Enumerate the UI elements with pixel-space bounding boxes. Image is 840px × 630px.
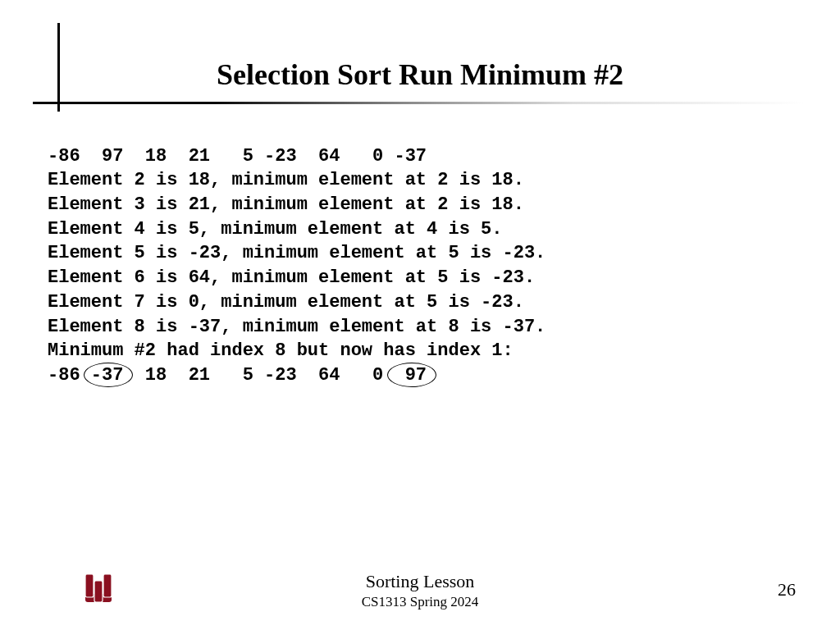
trace-line-4: Element 5 is -23, minimum element at 5 i… (48, 243, 546, 263)
trace-line-8: Minimum #2 had index 8 but now has index… (48, 340, 514, 361)
horizontal-rule (33, 102, 804, 104)
trace-line-5: Element 6 is 64, minimum element at 5 is… (48, 267, 535, 288)
array-after-text: -86 -37 18 21 5 -23 64 0 97 (48, 365, 427, 386)
slide: Selection Sort Run Minimum #2 -86 97 18 … (0, 0, 840, 630)
footer-course: CS1313 Spring 2024 (0, 594, 840, 610)
slide-title: Selection Sort Run Minimum #2 (0, 57, 840, 92)
array-after: -86 -37 18 21 5 -23 64 0 97 (48, 365, 427, 386)
trace-line-6: Element 7 is 0, minimum element at 5 is … (48, 292, 524, 313)
page-number: 26 (778, 579, 796, 600)
footer-lesson-title: Sorting Lesson (0, 571, 840, 592)
trace-line-7: Element 8 is -37, minimum element at 8 i… (48, 317, 546, 337)
trace-line-3: Element 4 is 5, minimum element at 4 is … (48, 219, 503, 240)
slide-footer: Sorting Lesson CS1313 Spring 2024 26 (0, 566, 840, 612)
trace-line-1: Element 2 is 18, minimum element at 2 is… (48, 170, 524, 190)
slide-body: -86 97 18 21 5 -23 64 0 -37 Element 2 is… (48, 120, 802, 388)
array-before: -86 97 18 21 5 -23 64 0 -37 (48, 146, 427, 167)
trace-line-2: Element 3 is 21, minimum element at 2 is… (48, 194, 524, 215)
